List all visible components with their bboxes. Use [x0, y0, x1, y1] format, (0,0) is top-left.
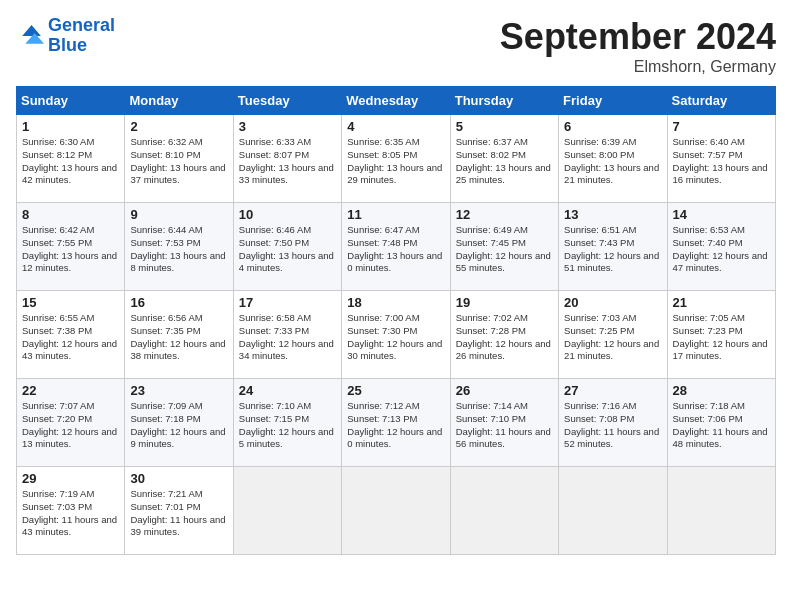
day-number: 19	[456, 295, 553, 310]
day-number: 22	[22, 383, 119, 398]
day-info: Sunrise: 6:51 AMSunset: 7:43 PMDaylight:…	[564, 224, 661, 275]
col-monday: Monday	[125, 87, 233, 115]
day-number: 23	[130, 383, 227, 398]
day-info: Sunrise: 6:30 AMSunset: 8:12 PMDaylight:…	[22, 136, 119, 187]
day-number: 13	[564, 207, 661, 222]
day-number: 27	[564, 383, 661, 398]
day-info: Sunrise: 6:46 AMSunset: 7:50 PMDaylight:…	[239, 224, 336, 275]
table-row: 22Sunrise: 7:07 AMSunset: 7:20 PMDayligh…	[17, 379, 125, 467]
table-row	[450, 467, 558, 555]
day-info: Sunrise: 6:32 AMSunset: 8:10 PMDaylight:…	[130, 136, 227, 187]
table-row: 10Sunrise: 6:46 AMSunset: 7:50 PMDayligh…	[233, 203, 341, 291]
table-row: 3Sunrise: 6:33 AMSunset: 8:07 PMDaylight…	[233, 115, 341, 203]
table-row: 15Sunrise: 6:55 AMSunset: 7:38 PMDayligh…	[17, 291, 125, 379]
logo-icon	[16, 22, 44, 50]
day-number: 18	[347, 295, 444, 310]
day-info: Sunrise: 6:47 AMSunset: 7:48 PMDaylight:…	[347, 224, 444, 275]
day-info: Sunrise: 6:55 AMSunset: 7:38 PMDaylight:…	[22, 312, 119, 363]
day-info: Sunrise: 7:12 AMSunset: 7:13 PMDaylight:…	[347, 400, 444, 451]
day-number: 7	[673, 119, 770, 134]
table-row: 24Sunrise: 7:10 AMSunset: 7:15 PMDayligh…	[233, 379, 341, 467]
logo: General Blue	[16, 16, 115, 56]
day-info: Sunrise: 7:21 AMSunset: 7:01 PMDaylight:…	[130, 488, 227, 539]
day-number: 16	[130, 295, 227, 310]
day-info: Sunrise: 7:03 AMSunset: 7:25 PMDaylight:…	[564, 312, 661, 363]
col-friday: Friday	[559, 87, 667, 115]
day-number: 24	[239, 383, 336, 398]
day-number: 15	[22, 295, 119, 310]
day-number: 1	[22, 119, 119, 134]
table-row: 7Sunrise: 6:40 AMSunset: 7:57 PMDaylight…	[667, 115, 775, 203]
table-row: 30Sunrise: 7:21 AMSunset: 7:01 PMDayligh…	[125, 467, 233, 555]
table-row: 1Sunrise: 6:30 AMSunset: 8:12 PMDaylight…	[17, 115, 125, 203]
title-block: September 2024 Elmshorn, Germany	[500, 16, 776, 76]
table-row: 9Sunrise: 6:44 AMSunset: 7:53 PMDaylight…	[125, 203, 233, 291]
day-info: Sunrise: 7:05 AMSunset: 7:23 PMDaylight:…	[673, 312, 770, 363]
day-info: Sunrise: 6:42 AMSunset: 7:55 PMDaylight:…	[22, 224, 119, 275]
table-row: 12Sunrise: 6:49 AMSunset: 7:45 PMDayligh…	[450, 203, 558, 291]
table-row: 5Sunrise: 6:37 AMSunset: 8:02 PMDaylight…	[450, 115, 558, 203]
logo-line1: General	[48, 15, 115, 35]
day-number: 17	[239, 295, 336, 310]
logo-line2: Blue	[48, 35, 87, 55]
table-row: 2Sunrise: 6:32 AMSunset: 8:10 PMDaylight…	[125, 115, 233, 203]
table-row: 16Sunrise: 6:56 AMSunset: 7:35 PMDayligh…	[125, 291, 233, 379]
day-number: 11	[347, 207, 444, 222]
day-number: 9	[130, 207, 227, 222]
col-thursday: Thursday	[450, 87, 558, 115]
table-row: 4Sunrise: 6:35 AMSunset: 8:05 PMDaylight…	[342, 115, 450, 203]
table-row: 8Sunrise: 6:42 AMSunset: 7:55 PMDaylight…	[17, 203, 125, 291]
day-number: 29	[22, 471, 119, 486]
table-row: 26Sunrise: 7:14 AMSunset: 7:10 PMDayligh…	[450, 379, 558, 467]
day-info: Sunrise: 6:53 AMSunset: 7:40 PMDaylight:…	[673, 224, 770, 275]
day-info: Sunrise: 7:16 AMSunset: 7:08 PMDaylight:…	[564, 400, 661, 451]
day-info: Sunrise: 6:49 AMSunset: 7:45 PMDaylight:…	[456, 224, 553, 275]
table-row	[559, 467, 667, 555]
day-info: Sunrise: 6:44 AMSunset: 7:53 PMDaylight:…	[130, 224, 227, 275]
day-info: Sunrise: 7:10 AMSunset: 7:15 PMDaylight:…	[239, 400, 336, 451]
table-row: 25Sunrise: 7:12 AMSunset: 7:13 PMDayligh…	[342, 379, 450, 467]
day-number: 20	[564, 295, 661, 310]
table-row: 28Sunrise: 7:18 AMSunset: 7:06 PMDayligh…	[667, 379, 775, 467]
table-row: 18Sunrise: 7:00 AMSunset: 7:30 PMDayligh…	[342, 291, 450, 379]
day-number: 25	[347, 383, 444, 398]
col-sunday: Sunday	[17, 87, 125, 115]
day-number: 4	[347, 119, 444, 134]
table-row: 21Sunrise: 7:05 AMSunset: 7:23 PMDayligh…	[667, 291, 775, 379]
table-row: 20Sunrise: 7:03 AMSunset: 7:25 PMDayligh…	[559, 291, 667, 379]
day-number: 10	[239, 207, 336, 222]
day-number: 12	[456, 207, 553, 222]
calendar-title: September 2024	[500, 16, 776, 58]
day-info: Sunrise: 7:07 AMSunset: 7:20 PMDaylight:…	[22, 400, 119, 451]
day-info: Sunrise: 6:56 AMSunset: 7:35 PMDaylight:…	[130, 312, 227, 363]
day-info: Sunrise: 6:39 AMSunset: 8:00 PMDaylight:…	[564, 136, 661, 187]
table-row: 17Sunrise: 6:58 AMSunset: 7:33 PMDayligh…	[233, 291, 341, 379]
logo-text: General Blue	[48, 16, 115, 56]
table-row	[233, 467, 341, 555]
day-info: Sunrise: 6:35 AMSunset: 8:05 PMDaylight:…	[347, 136, 444, 187]
day-info: Sunrise: 6:33 AMSunset: 8:07 PMDaylight:…	[239, 136, 336, 187]
day-number: 2	[130, 119, 227, 134]
page-header: General Blue September 2024 Elmshorn, Ge…	[16, 16, 776, 76]
col-wednesday: Wednesday	[342, 87, 450, 115]
day-number: 28	[673, 383, 770, 398]
table-row	[667, 467, 775, 555]
day-number: 30	[130, 471, 227, 486]
day-info: Sunrise: 7:19 AMSunset: 7:03 PMDaylight:…	[22, 488, 119, 539]
day-info: Sunrise: 7:02 AMSunset: 7:28 PMDaylight:…	[456, 312, 553, 363]
day-number: 3	[239, 119, 336, 134]
day-info: Sunrise: 6:40 AMSunset: 7:57 PMDaylight:…	[673, 136, 770, 187]
day-info: Sunrise: 7:00 AMSunset: 7:30 PMDaylight:…	[347, 312, 444, 363]
day-number: 5	[456, 119, 553, 134]
col-saturday: Saturday	[667, 87, 775, 115]
day-info: Sunrise: 7:18 AMSunset: 7:06 PMDaylight:…	[673, 400, 770, 451]
table-row	[342, 467, 450, 555]
day-number: 14	[673, 207, 770, 222]
calendar-table: Sunday Monday Tuesday Wednesday Thursday…	[16, 86, 776, 555]
day-number: 6	[564, 119, 661, 134]
day-info: Sunrise: 6:37 AMSunset: 8:02 PMDaylight:…	[456, 136, 553, 187]
calendar-subtitle: Elmshorn, Germany	[500, 58, 776, 76]
col-tuesday: Tuesday	[233, 87, 341, 115]
day-number: 26	[456, 383, 553, 398]
calendar-header-row: Sunday Monday Tuesday Wednesday Thursday…	[17, 87, 776, 115]
